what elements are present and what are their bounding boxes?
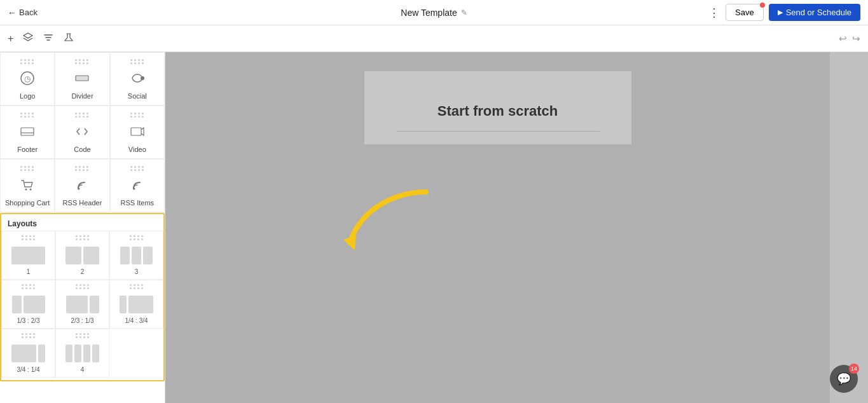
layout-preview-3 <box>119 245 155 266</box>
send-icon: ▶ <box>778 8 783 17</box>
layouts-header: Layouts <box>1 214 163 231</box>
layout-preview-1-3_2-3 <box>11 294 46 315</box>
top-bar-center: New Template ✎ <box>401 8 467 18</box>
svg-point-10 <box>133 188 135 190</box>
chat-icon: 💬 <box>837 372 851 386</box>
toolbar-right: ↩ ↪ <box>839 33 860 44</box>
save-button[interactable]: Save <box>726 4 764 21</box>
main-layout: ◷LogoDividerSocialFooterCodeVideoShoppin… <box>0 52 868 403</box>
secondary-toolbar: + ↩ ↪ <box>0 25 868 52</box>
layout-preview-3-4_1-4 <box>11 343 46 364</box>
layout-item-2[interactable]: 2 <box>55 231 109 280</box>
svg-point-9 <box>78 188 80 190</box>
svg-point-8 <box>30 189 32 191</box>
svg-point-7 <box>25 189 27 191</box>
layout-label-3-4_1-4: 3/4 : 1/4 <box>17 366 39 373</box>
component-item-rss-items[interactable]: RSS Items <box>110 159 165 212</box>
layout-item-2-3_1-3[interactable]: 2/3 : 1/3 <box>55 280 109 329</box>
component-item-social[interactable]: Social <box>110 52 165 106</box>
layers-icon[interactable] <box>22 32 34 46</box>
edit-title-icon[interactable]: ✎ <box>461 8 467 17</box>
back-button[interactable]: ← Back <box>8 8 38 18</box>
code-icon <box>73 123 91 143</box>
top-bar-left: ← Back <box>8 8 38 18</box>
layout-item-1[interactable]: 1 <box>1 231 55 280</box>
yellow-arrow <box>337 179 439 256</box>
component-item-footer[interactable]: Footer <box>0 106 55 159</box>
rss-header-icon <box>73 176 91 196</box>
more-options-button[interactable]: ⋮ <box>708 6 720 20</box>
layout-label-1-3_2-3: 1/3 : 2/3 <box>17 317 39 324</box>
component-item-divider[interactable]: Divider <box>55 52 109 106</box>
shopping-cart-label: Shopping Cart <box>5 199 50 207</box>
top-bar: ← Back New Template ✎ ⋮ Save ▶ Send or S… <box>0 0 868 25</box>
video-icon <box>128 123 146 143</box>
svg-rect-6 <box>131 128 141 135</box>
chat-badge: 14 <box>849 364 859 374</box>
component-item-code[interactable]: Code <box>55 106 109 159</box>
layout-item-1-3_2-3[interactable]: 1/3 : 2/3 <box>1 280 55 329</box>
filter-icon[interactable] <box>43 32 54 46</box>
divider-icon <box>73 69 91 90</box>
layout-item-3-4_1-4[interactable]: 3/4 : 1/4 <box>1 329 55 378</box>
component-item-logo[interactable]: ◷Logo <box>0 52 55 106</box>
scratch-divider <box>396 131 600 132</box>
layout-item-3[interactable]: 3 <box>109 231 163 280</box>
layout-preview-1 <box>11 245 46 266</box>
canvas-area: Start from scratch <box>165 52 830 403</box>
video-label: Video <box>128 146 146 153</box>
shopping-cart-icon <box>18 176 36 196</box>
back-arrow-icon: ← <box>8 8 17 18</box>
layout-label-2-3_1-3: 2/3 : 1/3 <box>71 317 93 324</box>
layout-label-1-4_3-4: 1/4 : 3/4 <box>125 317 148 324</box>
layout-preview-2-3_1-3 <box>65 294 100 315</box>
code-label: Code <box>74 146 90 153</box>
start-from-scratch-title: Start from scratch <box>437 103 558 120</box>
chat-bubble-button[interactable]: 💬 14 <box>830 365 858 393</box>
social-label: Social <box>128 92 147 100</box>
footer-icon <box>18 123 36 143</box>
social-icon <box>128 69 146 90</box>
layout-label-2: 2 <box>81 268 85 275</box>
components-grid: ◷LogoDividerSocialFooterCodeVideoShoppin… <box>0 52 165 213</box>
rss-header-label: RSS Header <box>63 199 102 207</box>
rss-items-icon <box>128 176 146 196</box>
component-item-rss-header[interactable]: RSS Header <box>55 159 109 212</box>
svg-marker-11 <box>343 235 356 250</box>
logo-label: Logo <box>20 92 35 100</box>
svg-text:◷: ◷ <box>24 74 31 83</box>
component-item-shopping-cart[interactable]: Shopping Cart <box>0 159 55 212</box>
layout-preview-4 <box>65 343 100 364</box>
redo-button[interactable]: ↪ <box>852 33 860 44</box>
send-or-schedule-button[interactable]: ▶ Send or Schedule <box>769 4 860 21</box>
divider-label: Divider <box>71 92 93 100</box>
add-block-icon[interactable]: + <box>8 33 13 44</box>
toolbar-left: + <box>8 32 74 46</box>
layout-label-4: 4 <box>81 366 85 373</box>
canvas-content: Start from scratch <box>364 71 631 144</box>
undo-button[interactable]: ↩ <box>839 33 847 44</box>
layout-item-1-4_3-4[interactable]: 1/4 : 3/4 <box>109 280 163 329</box>
save-notification-dot <box>760 3 765 8</box>
layouts-section: Layouts 1231/3 : 2/32/3 : 1/31/4 : 3/43/… <box>0 213 165 381</box>
component-item-video[interactable]: Video <box>110 106 165 159</box>
svg-rect-2 <box>76 76 88 81</box>
layout-item-4[interactable]: 4 <box>55 329 109 378</box>
layout-label-1: 1 <box>27 268 31 275</box>
layout-label-3: 3 <box>135 268 139 275</box>
left-panel: ◷LogoDividerSocialFooterCodeVideoShoppin… <box>0 52 165 403</box>
flask-icon[interactable] <box>63 32 74 46</box>
back-label: Back <box>19 8 38 17</box>
layouts-grid: 1231/3 : 2/32/3 : 1/31/4 : 3/43/4 : 1/44 <box>1 231 163 378</box>
layout-preview-1-4_3-4 <box>119 294 155 315</box>
right-panel <box>830 52 868 403</box>
footer-label: Footer <box>17 146 38 153</box>
svg-rect-4 <box>21 128 34 135</box>
template-title: New Template <box>401 8 457 18</box>
layout-preview-2 <box>65 245 100 266</box>
logo-icon: ◷ <box>18 69 36 90</box>
top-bar-right: ⋮ Save ▶ Send or Schedule <box>708 4 860 21</box>
rss-items-label: RSS Items <box>121 199 155 207</box>
